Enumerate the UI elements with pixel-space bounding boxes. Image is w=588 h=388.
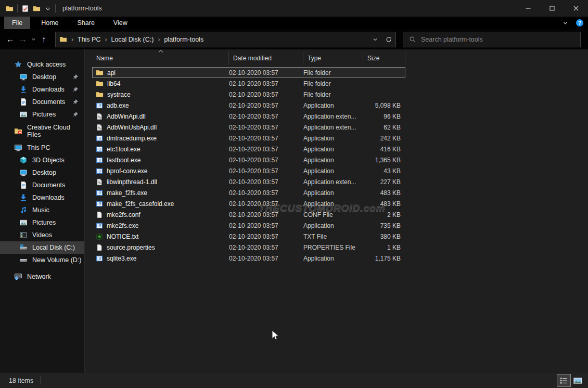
file-row-adbwinusbapi-dll[interactable]: AdbWinUsbApi.dll02-10-2020 03:57Applicat… xyxy=(92,122,405,133)
file-row-dmtracedump-exe[interactable]: dmtracedump.exe02-10-2020 03:57Applicati… xyxy=(92,133,405,144)
dll-icon xyxy=(96,124,103,131)
tab-file[interactable]: File xyxy=(4,17,30,29)
file-row-adb-exe[interactable]: adb.exe02-10-2020 03:57Application5,098 … xyxy=(92,100,405,111)
minimize-button[interactable] xyxy=(516,0,540,17)
cube-icon xyxy=(19,156,28,164)
search-icon xyxy=(403,36,421,43)
sidebar-item-music[interactable]: Music xyxy=(0,204,84,216)
column-header-size[interactable]: Size xyxy=(363,51,405,64)
file-size: 416 KB xyxy=(363,146,405,153)
sidebar-item-desktop[interactable]: Desktop xyxy=(0,71,84,83)
sidebar-item-3d-objects[interactable]: 3D Objects xyxy=(0,154,84,166)
file-row-mke2fs-conf[interactable]: mke2fs.conf02-10-2020 03:57CONF File2 KB xyxy=(92,209,405,220)
help-icon[interactable]: ? xyxy=(576,19,584,27)
file-row-api[interactable]: api02-10-2020 03:57File folder xyxy=(92,67,405,78)
sidebar-item-documents[interactable]: Documents xyxy=(0,179,84,191)
column-header-name[interactable]: Name xyxy=(92,51,229,64)
file-date-modified: 02-10-2020 03:57 xyxy=(229,157,303,164)
column-header-label: Date modified xyxy=(233,55,272,62)
back-button[interactable]: ← xyxy=(4,33,17,46)
file-date-modified: 02-10-2020 03:57 xyxy=(229,178,303,186)
sidebar-item-pictures[interactable]: Pictures xyxy=(0,216,84,229)
sidebar-item-this-pc[interactable]: This PC xyxy=(0,141,84,154)
tab-home[interactable]: Home xyxy=(33,17,66,29)
file-row-notice-txt[interactable]: NOTICE.txt02-10-2020 03:57TXT File380 KB xyxy=(92,231,405,242)
file-name: make_f2fs_casefold.exe xyxy=(107,200,174,208)
breadcrumb-segment-this-pc[interactable]: This PC xyxy=(74,32,104,47)
ribbon-tabs: FileHomeShareView xyxy=(4,17,138,29)
file-row-adbwinapi-dll[interactable]: AdbWinApi.dll02-10-2020 03:57Application… xyxy=(92,111,405,122)
app-icon xyxy=(96,146,103,153)
file-row-make-f2fs-exe[interactable]: make_f2fs.exe02-10-2020 03:57Application… xyxy=(92,187,405,198)
status-bar: 18 items xyxy=(0,373,588,388)
tab-share[interactable]: Share xyxy=(70,17,103,29)
file-row-source-properties[interactable]: source.properties02-10-2020 03:57PROPERT… xyxy=(92,242,405,253)
file-type: PROPERTIES File xyxy=(303,244,363,251)
column-header-date-modified[interactable]: Date modified xyxy=(229,51,303,64)
refresh-icon[interactable] xyxy=(382,32,395,47)
breadcrumb-chevron-icon: › xyxy=(104,36,108,43)
thumbnails-view-icon[interactable] xyxy=(571,374,585,387)
file-size: 735 KB xyxy=(363,222,405,229)
forward-button[interactable]: → xyxy=(17,33,29,46)
file-date-modified: 02-10-2020 03:57 xyxy=(229,167,303,175)
tab-view[interactable]: View xyxy=(106,17,135,29)
file-type: Application xyxy=(303,255,363,262)
file-name: mke2fs.conf xyxy=(107,211,140,218)
sidebar-item-network[interactable]: Network xyxy=(0,270,84,283)
app-icon xyxy=(96,222,103,229)
file-row-systrace[interactable]: systrace02-10-2020 03:57File folder xyxy=(92,89,405,100)
sidebar-item-desktop[interactable]: Desktop xyxy=(0,166,84,179)
details-view-icon[interactable] xyxy=(557,374,571,387)
address-dropdown-chevron-icon[interactable] xyxy=(368,32,382,47)
status-divider xyxy=(41,377,41,384)
dll-icon xyxy=(96,113,103,120)
column-header-label: Type xyxy=(308,55,321,62)
history-chevron-icon[interactable] xyxy=(29,33,37,46)
sidebar-item-label: Desktop xyxy=(32,169,56,176)
file-row-etc1tool-exe[interactable]: etc1tool.exe02-10-2020 03:57Application4… xyxy=(92,144,405,154)
sidebar-item-downloads[interactable]: Downloads xyxy=(0,191,84,204)
column-header-type[interactable]: Type xyxy=(303,51,363,64)
up-button[interactable]: ↑ xyxy=(37,33,50,46)
breadcrumb-segment-platform-tools[interactable]: platform-tools xyxy=(161,32,207,47)
file-row-hprof-conv-exe[interactable]: hprof-conv.exe02-10-2020 03:57Applicatio… xyxy=(92,165,405,176)
file-date-modified: 02-10-2020 03:57 xyxy=(229,255,303,262)
sidebar-item-local-disk-c[interactable]: Local Disk (C:) xyxy=(0,241,84,254)
sidebar-item-documents[interactable]: Documents xyxy=(0,96,84,108)
close-button[interactable] xyxy=(564,0,588,17)
expand-ribbon-chevron-icon[interactable] xyxy=(561,19,569,27)
file-type: Application xyxy=(303,189,363,197)
sidebar-item-quick-access[interactable]: Quick access xyxy=(0,58,84,71)
file-type: Application xyxy=(303,167,363,175)
file-row-mke2fs-exe[interactable]: mke2fs.exe02-10-2020 03:57Application735… xyxy=(92,220,405,231)
file-name: dmtracedump.exe xyxy=(107,135,157,142)
download-icon xyxy=(19,85,28,94)
file-row-sqlite3-exe[interactable]: sqlite3.exe02-10-2020 03:57Application1,… xyxy=(92,253,405,264)
file-row-libwinpthread-1-dll[interactable]: libwinpthread-1.dll02-10-2020 03:57Appli… xyxy=(92,176,405,187)
file-size: 483 KB xyxy=(363,200,405,208)
customize-qat-chevron-icon[interactable] xyxy=(44,5,52,12)
address-bar[interactable]: › This PC›Local Disk (C:)›platform-tools xyxy=(55,32,396,47)
app-icon xyxy=(96,135,103,142)
sidebar-item-new-volume-d[interactable]: New Volume (D:) xyxy=(0,254,84,266)
breadcrumb-segment-local-disk-c[interactable]: Local Disk (C:) xyxy=(108,32,157,47)
folder-icon[interactable] xyxy=(6,5,14,12)
sidebar-item-pictures[interactable]: Pictures xyxy=(0,108,84,121)
sidebar-item-downloads[interactable]: Downloads xyxy=(0,83,84,96)
cloud-folder-icon xyxy=(14,127,22,135)
search-input[interactable] xyxy=(421,36,567,43)
maximize-button[interactable] xyxy=(540,0,564,17)
search-box[interactable] xyxy=(403,32,581,47)
properties-check-icon[interactable] xyxy=(21,5,29,12)
file-row-lib64[interactable]: lib6402-10-2020 03:57File folder xyxy=(92,78,405,89)
sidebar-item-creative-cloud-files[interactable]: Creative Cloud Files xyxy=(0,125,84,137)
navigation-pane: Quick accessDesktopDownloadsDocumentsPic… xyxy=(0,49,85,373)
file-date-modified: 02-10-2020 03:57 xyxy=(229,102,303,109)
item-count: 18 items xyxy=(0,377,33,384)
file-row-fastboot-exe[interactable]: fastboot.exe02-10-2020 03:57Application1… xyxy=(92,154,405,165)
document-icon xyxy=(19,98,28,106)
file-row-make-f2fs-casefold-exe[interactable]: make_f2fs_casefold.exe02-10-2020 03:57Ap… xyxy=(92,198,405,209)
sidebar-item-videos[interactable]: Videos xyxy=(0,229,84,241)
new-folder-icon[interactable] xyxy=(33,5,41,12)
